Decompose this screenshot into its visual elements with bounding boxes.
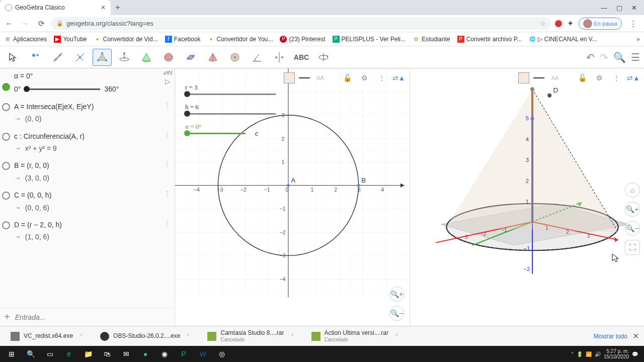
- slider-r[interactable]: r = 3: [185, 83, 276, 95]
- show-all-downloads[interactable]: Mostrar todo: [594, 333, 627, 340]
- tool-circle[interactable]: [115, 49, 134, 66]
- zoom-in-button[interactable]: 🔍+: [389, 287, 405, 302]
- tool-plane[interactable]: [181, 49, 200, 66]
- edge-icon[interactable]: e: [59, 346, 78, 362]
- download-item[interactable]: OBS-Studio-26.0.2....exe ⌃: [95, 329, 196, 343]
- panel-menu-icon[interactable]: ⋮: [375, 71, 388, 84]
- item-menu-icon[interactable]: ⋮: [164, 219, 171, 227]
- minimize-icon[interactable]: —: [601, 4, 607, 12]
- item-menu-icon[interactable]: ⋮: [164, 160, 171, 168]
- panel-expand-icon[interactable]: ⇄▲: [627, 71, 640, 84]
- zoom-out-button[interactable]: 🔍−: [389, 306, 405, 321]
- store-icon[interactable]: 🛍: [98, 346, 117, 362]
- zoom-out-button[interactable]: 🔍−: [625, 221, 640, 236]
- redo-button[interactable]: ↷: [600, 51, 608, 63]
- browser-tab[interactable]: GeoGebra Clásico ✕: [0, 0, 111, 15]
- fill-color-swatch[interactable]: [284, 72, 295, 83]
- tool-move[interactable]: [4, 49, 23, 66]
- bookmark-estudiante[interactable]: ✿Estudiante: [413, 36, 450, 43]
- fill-color-swatch[interactable]: [518, 72, 529, 83]
- add-input-icon[interactable]: +: [4, 311, 10, 323]
- canvas-3d[interactable]: D 5 4 3 2 1 −1 −2 −3−2−1 123: [410, 68, 644, 313]
- panel-expand-icon[interactable]: ⇄▲: [392, 71, 406, 84]
- tool-line[interactable]: [48, 49, 67, 66]
- publisher-icon[interactable]: P: [174, 346, 193, 362]
- wifi-icon[interactable]: 📶: [586, 351, 592, 357]
- mail-icon[interactable]: ✉: [117, 346, 136, 362]
- tool-net[interactable]: [225, 49, 245, 66]
- task-view-icon[interactable]: ▭: [40, 346, 59, 362]
- taskbar-clock[interactable]: 5:27 p. m. 15/10/2020: [604, 348, 629, 359]
- apps-shortcut[interactable]: ⊞Aplicaciones: [4, 36, 47, 43]
- chevron-up-icon[interactable]: ⌃: [186, 333, 190, 339]
- close-window-icon[interactable]: ✕: [631, 4, 637, 12]
- volume-icon[interactable]: 🔊: [595, 351, 601, 357]
- graphics-view-2d[interactable]: AA 🔓 ⚙ ⋮ ⇄▲ −4 −3 −2 −1 0 1 2 3 4 1 2: [175, 68, 410, 326]
- tool-polygon[interactable]: [93, 49, 112, 66]
- lock-view-icon[interactable]: 🔓: [576, 71, 589, 84]
- bookmark-facebook[interactable]: fFacebook: [165, 36, 201, 43]
- tool-pyramid[interactable]: [203, 49, 222, 66]
- tool-point[interactable]: A: [26, 49, 45, 66]
- undo-button[interactable]: ↶: [586, 51, 595, 63]
- alpha-slider[interactable]: [25, 88, 100, 90]
- back-button[interactable]: ←: [3, 19, 15, 28]
- algebra-item-a[interactable]: A = Interseca(EjeX, EjeY) → (0, 0) ⋮: [0, 98, 175, 128]
- whatsapp-icon[interactable]: ●: [136, 346, 155, 362]
- graphics-view-3d[interactable]: AA 🔓 ⚙ ⋮ ⇄▲ D 5 4: [410, 68, 645, 326]
- close-downloads-icon[interactable]: ✕: [632, 331, 639, 341]
- slider-alpha-green[interactable]: α = 0°: [185, 123, 276, 134]
- tray-chevron-icon[interactable]: ˄: [571, 351, 574, 357]
- line-style-swatch[interactable]: [533, 77, 544, 78]
- profile-paused[interactable]: En pausa: [579, 18, 622, 30]
- maximize-icon[interactable]: ▢: [616, 4, 622, 12]
- algebra-item-b[interactable]: B = (r, 0, 0) → (3, 0, 0) ⋮: [0, 157, 175, 187]
- bookmark-convertidor-you[interactable]: ●Convertidor de You...: [207, 36, 273, 43]
- item-menu-icon[interactable]: ⋮: [164, 101, 171, 109]
- bookmark-pelisplus[interactable]: PPELISPLUS - Ver Peli...: [333, 36, 406, 43]
- new-tab-button[interactable]: +: [111, 3, 125, 12]
- label-style-icon[interactable]: AA: [314, 71, 327, 84]
- search-taskbar-icon[interactable]: 🔍: [21, 346, 40, 362]
- url-input[interactable]: 🔒 geogebra.org/classic?lang=es ☆: [51, 17, 551, 30]
- ublock-icon[interactable]: [555, 20, 562, 27]
- extensions-icon[interactable]: ✦: [567, 19, 574, 28]
- algebra-mode-toggle[interactable]: ⇄N: [163, 69, 173, 76]
- item-menu-icon[interactable]: ⋮: [164, 131, 171, 139]
- visibility-toggle[interactable]: [2, 192, 10, 200]
- visibility-toggle[interactable]: [2, 103, 10, 111]
- algebra-item-c[interactable]: c : Circunferencia(A, r) → x² + y² = 9 ⋮: [0, 128, 175, 157]
- play-slider-icon[interactable]: ▷: [165, 77, 171, 85]
- visibility-toggle[interactable]: [2, 221, 10, 229]
- tool-angle[interactable]: [248, 49, 267, 66]
- algebra-item-alpha[interactable]: α = 0° 0° 360° ⇄N ▷: [0, 68, 175, 98]
- search-icon[interactable]: 🔍: [613, 51, 626, 63]
- reload-button[interactable]: ⟳: [35, 19, 47, 28]
- battery-icon[interactable]: 🔋: [577, 351, 583, 357]
- bookmark-pinterest[interactable]: P(23) Pinterest: [280, 36, 325, 43]
- chevron-up-icon[interactable]: ⌃: [394, 333, 398, 339]
- settings-icon[interactable]: ⚙: [593, 71, 606, 84]
- forward-button[interactable]: →: [19, 19, 31, 28]
- algebra-item-d[interactable]: D = (r − 2, 0, h) → (1, 0, 6) ⋮: [0, 216, 175, 246]
- menu-icon[interactable]: ☰: [631, 51, 640, 63]
- tool-sphere[interactable]: [159, 49, 178, 66]
- line-style-swatch[interactable]: [299, 77, 310, 78]
- bookmark-convertir-pdf[interactable]: PConvertir archivo P...: [457, 36, 522, 43]
- tool-text[interactable]: ABC: [292, 49, 311, 66]
- download-item[interactable]: Camtasia Studio 8....rarCancelado ⌃: [202, 327, 299, 344]
- tool-reflect[interactable]: [270, 49, 289, 66]
- visibility-toggle[interactable]: [2, 83, 10, 91]
- zoom-in-button[interactable]: 🔍+: [625, 202, 640, 217]
- download-item[interactable]: Action Ultima versi....rarCancelado ⌃: [306, 327, 404, 344]
- chrome-menu-icon[interactable]: ⋮: [627, 19, 639, 28]
- tool-rotate-view[interactable]: [314, 49, 333, 66]
- label-style-icon[interactable]: AA: [548, 71, 561, 84]
- star-icon[interactable]: ☆: [540, 20, 546, 27]
- notifications-icon[interactable]: 💬: [632, 351, 638, 357]
- bookmark-cinecanal[interactable]: 🌐▷ CINECANAL en V...: [529, 36, 597, 43]
- tool-cone[interactable]: [137, 49, 156, 66]
- tool-perpendicular[interactable]: [70, 49, 90, 66]
- panel-menu-icon[interactable]: ⋮: [610, 71, 623, 84]
- bookmark-convertidor-vid[interactable]: ●Convertidor de Vid...: [94, 36, 158, 43]
